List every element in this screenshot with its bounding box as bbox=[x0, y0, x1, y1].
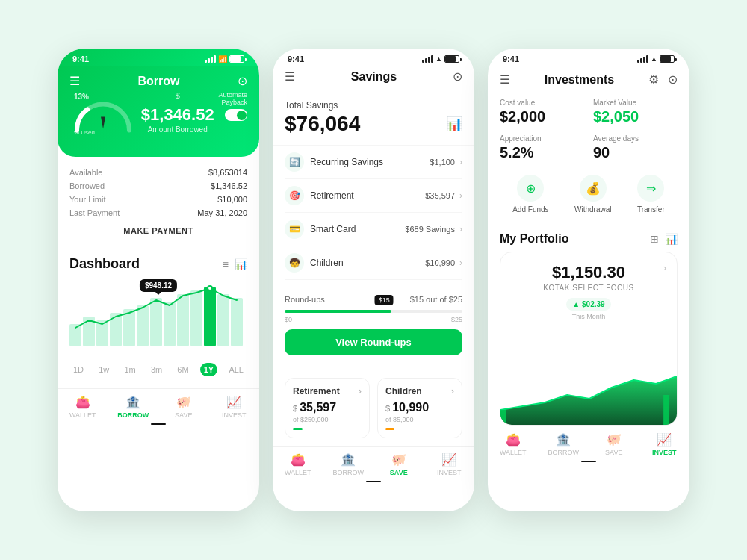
borrow-bottom-nav: 👛 WALLET 🏦 BORROW 🐖 SAVE 📈 INVEST bbox=[58, 388, 259, 423]
savings-nav-borrow[interactable]: 🏦 BORROW bbox=[323, 452, 374, 476]
avg-days-stat: Average days 90 bbox=[593, 134, 678, 161]
filter-6m[interactable]: 6M bbox=[173, 363, 192, 376]
savings-status-bar: 9:41 ▲ bbox=[273, 49, 474, 66]
time-filters: 1D 1w 1m 3m 6M 1Y ALL bbox=[69, 360, 247, 379]
invest-user-icon[interactable]: ⊙ bbox=[668, 72, 678, 87]
retirement-icon: 🎯 bbox=[285, 186, 304, 205]
invest-status-bar: 9:41 ▲ bbox=[488, 49, 689, 66]
smartcard-icon: 💳 bbox=[285, 220, 304, 239]
retirement-goal-card: Retirement › $ 35,597 of $250,000 bbox=[285, 378, 370, 438]
portfolio-amount: $1,150.30 bbox=[512, 263, 665, 282]
this-month-label: This Month bbox=[512, 313, 665, 320]
borrow-phone: 9:41 📶 ☰ Borrow ⊙ bbox=[58, 49, 259, 511]
svg-rect-7 bbox=[150, 298, 162, 346]
list-view-icon[interactable]: 📊 bbox=[665, 233, 678, 245]
savings-nav-wallet[interactable]: 👛 WALLET bbox=[273, 452, 323, 476]
retirement-item[interactable]: 🎯 Retirement $35,597 › bbox=[285, 179, 462, 213]
savings-nav-indicator bbox=[366, 481, 381, 482]
nav-indicator bbox=[151, 423, 166, 425]
invest-hamburger[interactable]: ☰ bbox=[500, 72, 510, 87]
total-savings-label: Total Savings bbox=[285, 100, 462, 111]
nav-invest[interactable]: 📈 INVEST bbox=[209, 395, 260, 419]
savings-nav-invest[interactable]: 📈 INVEST bbox=[424, 452, 475, 476]
invest-stats: Cost value $2,000 Market Value $2,050 Ap… bbox=[488, 91, 689, 169]
withdrawal-button[interactable]: 💰 Withdrawal bbox=[574, 175, 611, 214]
make-payment-button[interactable]: MAKE PAYMENT bbox=[69, 220, 247, 241]
investments-phone: 9:41 ▲ ☰ Investments ⚙ ⊙ bbox=[488, 49, 689, 511]
portfolio-card[interactable]: › $1,150.30 KOTAK SELECT FOCUS ▲ $02.39 … bbox=[500, 252, 678, 426]
savings-nav-save[interactable]: 🐖 SAVE bbox=[374, 452, 424, 476]
invest-time: 9:41 bbox=[503, 55, 519, 63]
portfolio-arrow: › bbox=[663, 263, 666, 273]
children-icon: 🧒 bbox=[285, 253, 304, 273]
roundups-section: Round-ups $15 out of $25 $15 $0 $25 View… bbox=[273, 286, 474, 364]
nav-wallet[interactable]: 👛 WALLET bbox=[58, 395, 108, 419]
borrow-info-section: Available $8,653014 Borrowed $1,346.52 Y… bbox=[58, 157, 259, 247]
savings-list: 🔄 Recurring Savings $1,100 › 🎯 Retiremen… bbox=[273, 146, 474, 280]
filter-1d[interactable]: 1D bbox=[69, 363, 87, 376]
recurring-savings-item[interactable]: 🔄 Recurring Savings $1,100 › bbox=[285, 146, 462, 179]
svg-marker-0 bbox=[101, 117, 105, 129]
savings-phone: 9:41 ▲ ☰ Savings ⊙ Total Savings $76 bbox=[273, 49, 474, 511]
filter-all[interactable]: ALL bbox=[225, 363, 247, 376]
children-progress-bar bbox=[385, 428, 394, 430]
chevron-icon-2: › bbox=[459, 190, 462, 201]
invest-nav-save[interactable]: 🐖 SAVE bbox=[589, 432, 639, 456]
chart-tooltip: $948.12 bbox=[140, 279, 177, 292]
transfer-button[interactable]: ⇒ Transfer bbox=[637, 175, 665, 214]
gauge-used-label: % Used bbox=[74, 129, 95, 136]
invest-nav-wallet[interactable]: 👛 WALLET bbox=[488, 432, 539, 456]
savings-hamburger[interactable]: ☰ bbox=[285, 69, 295, 84]
dashboard-icons: ≡ 📊 bbox=[223, 258, 247, 270]
invest-status-icons: ▲ bbox=[637, 55, 675, 63]
total-savings-amount: $76,064 bbox=[285, 112, 360, 136]
svg-rect-4 bbox=[110, 313, 122, 346]
automate-toggle[interactable]: AutomatePayback bbox=[218, 91, 247, 121]
add-funds-button[interactable]: ⊕ Add Funds bbox=[512, 175, 548, 214]
savings-status-icons: ▲ bbox=[422, 55, 459, 63]
user-icon[interactable]: ⊙ bbox=[238, 74, 247, 88]
invest-nav-invest[interactable]: 📈 INVEST bbox=[639, 432, 690, 456]
svg-point-15 bbox=[208, 287, 211, 290]
available-row: Available $8,653014 bbox=[69, 166, 247, 179]
view-roundups-button[interactable]: View Round-ups bbox=[285, 329, 462, 355]
progress-labels: $0 $25 bbox=[285, 316, 462, 323]
nav-save[interactable]: 🐖 SAVE bbox=[158, 395, 209, 419]
savings-chart-icon[interactable]: 📊 bbox=[446, 116, 462, 132]
filter-1w[interactable]: 1w bbox=[95, 363, 113, 376]
settings-icon[interactable]: ⚙ bbox=[648, 72, 659, 87]
chart-icon[interactable]: 📊 bbox=[235, 258, 247, 270]
filter-1y[interactable]: 1Y bbox=[200, 363, 217, 376]
filter-1m[interactable]: 1m bbox=[120, 363, 139, 376]
roundups-progress: $15 bbox=[285, 310, 462, 313]
savings-title: Savings bbox=[351, 70, 397, 84]
hamburger-icon[interactable]: ☰ bbox=[69, 74, 80, 88]
invest-nav-borrow[interactable]: 🏦 BORROW bbox=[539, 432, 589, 456]
dashboard-chart: $948.12 bbox=[69, 279, 247, 354]
chevron-icon-4: › bbox=[459, 258, 462, 268]
nav-borrow[interactable]: 🏦 BORROW bbox=[108, 395, 159, 419]
recurring-icon: 🔄 bbox=[285, 152, 304, 172]
svg-marker-16 bbox=[500, 376, 677, 425]
grid-view-icon[interactable]: ⊞ bbox=[650, 233, 659, 245]
savings-user-icon[interactable]: ⊙ bbox=[453, 69, 462, 84]
portfolio-change-badge: ▲ $02.39 bbox=[566, 298, 610, 311]
portfolio-header: My Portfolio ⊞ 📊 bbox=[488, 223, 689, 252]
invest-bottom-nav: 👛 WALLET 🏦 BORROW 🐖 SAVE 📈 INVEST bbox=[488, 426, 689, 461]
smartcard-item[interactable]: 💳 Smart Card $689 Savings › bbox=[285, 213, 462, 246]
svg-rect-6 bbox=[137, 305, 149, 346]
limit-row: Your Limit $10,000 bbox=[69, 193, 247, 206]
toggle-switch[interactable] bbox=[225, 109, 247, 121]
retirement-chevron: › bbox=[359, 386, 362, 396]
chevron-icon-3: › bbox=[459, 224, 462, 234]
svg-rect-17 bbox=[500, 410, 506, 425]
filter-3m[interactable]: 3m bbox=[147, 363, 166, 376]
portfolio-view-icons: ⊞ 📊 bbox=[650, 233, 678, 245]
borrow-time: 9:41 bbox=[72, 55, 89, 63]
borrow-title: Borrow bbox=[80, 75, 238, 88]
svg-rect-8 bbox=[164, 302, 176, 346]
goals-section: Retirement › $ 35,597 of $250,000 Childr… bbox=[273, 370, 474, 446]
svg-rect-13 bbox=[231, 298, 243, 346]
children-item[interactable]: 🧒 Children $10,990 › bbox=[285, 246, 462, 280]
list-icon[interactable]: ≡ bbox=[223, 258, 229, 270]
